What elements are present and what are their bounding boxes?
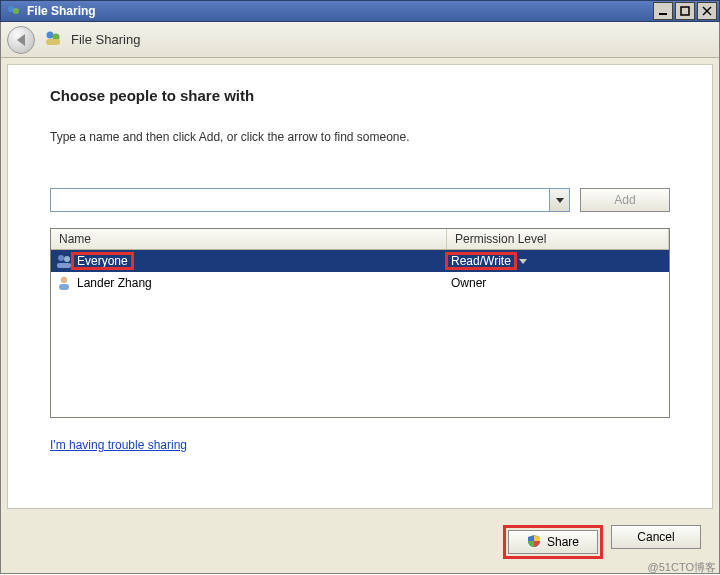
people-icon	[43, 29, 63, 50]
svg-point-1	[13, 8, 19, 14]
svg-rect-13	[59, 284, 69, 290]
column-permission[interactable]: Permission Level	[447, 229, 669, 249]
column-name[interactable]: Name	[51, 229, 447, 249]
people-input[interactable]	[51, 189, 549, 211]
svg-point-10	[64, 256, 70, 262]
cell-name: Lander Zhang	[51, 275, 447, 291]
header-strip: File Sharing	[1, 22, 719, 58]
share-button[interactable]: Share	[508, 530, 598, 554]
window-body: File Sharing Choose people to share with…	[0, 22, 720, 574]
app-icon	[5, 3, 23, 19]
highlight-box: Share	[503, 525, 603, 559]
shield-icon	[527, 534, 541, 551]
cancel-button[interactable]: Cancel	[611, 525, 701, 549]
trouble-sharing-link[interactable]: I'm having trouble sharing	[50, 438, 187, 452]
share-button-label: Share	[547, 535, 579, 549]
row-name-label: Everyone	[77, 254, 128, 268]
table-row[interactable]: Lander Zhang Owner	[51, 272, 669, 294]
svg-point-9	[58, 255, 64, 261]
row-name-label: Lander Zhang	[77, 276, 152, 290]
cell-permission[interactable]: Read/Write	[447, 254, 669, 268]
add-button[interactable]: Add	[580, 188, 670, 212]
window-title: File Sharing	[27, 4, 651, 18]
add-people-row: Add	[50, 188, 670, 212]
instruction-text: Type a name and then click Add, or click…	[50, 130, 670, 144]
chevron-down-icon	[556, 198, 564, 203]
close-button[interactable]	[697, 2, 717, 20]
row-permission-label: Owner	[451, 276, 486, 290]
user-icon	[55, 275, 73, 291]
svg-rect-3	[681, 7, 689, 15]
svg-point-6	[47, 32, 54, 39]
watermark: @51CTO博客	[648, 560, 716, 575]
table-header: Name Permission Level	[51, 229, 669, 250]
combobox-dropdown-button[interactable]	[549, 189, 569, 211]
people-combobox[interactable]	[50, 188, 570, 212]
header-title: File Sharing	[71, 32, 140, 47]
cell-name: Everyone	[51, 253, 447, 269]
back-button[interactable]	[7, 26, 35, 54]
svg-point-12	[61, 277, 67, 283]
cell-permission: Owner	[447, 276, 669, 290]
maximize-button[interactable]	[675, 2, 695, 20]
page-heading: Choose people to share with	[50, 87, 670, 104]
permission-dropdown-icon	[519, 259, 527, 264]
row-permission-label: Read/Write	[451, 254, 511, 268]
svg-rect-2	[659, 13, 667, 15]
minimize-button[interactable]	[653, 2, 673, 20]
arrow-left-icon	[17, 34, 25, 46]
footer: Share Cancel	[1, 515, 719, 573]
content-area: Choose people to share with Type a name …	[7, 64, 713, 509]
share-list: Name Permission Level Everyone Read/Writ…	[50, 228, 670, 418]
svg-rect-8	[46, 39, 60, 45]
titlebar: File Sharing	[0, 0, 720, 22]
table-row[interactable]: Everyone Read/Write	[51, 250, 669, 272]
svg-rect-11	[57, 263, 71, 268]
